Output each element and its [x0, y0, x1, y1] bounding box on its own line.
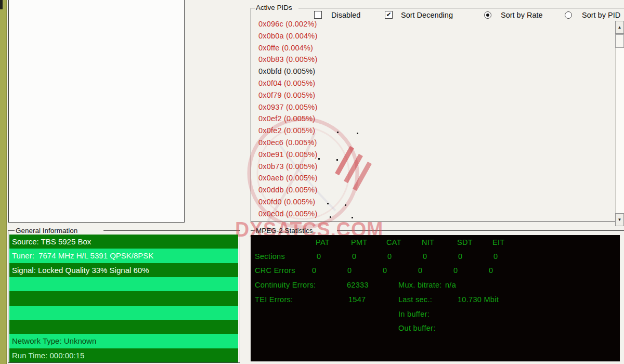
groupbox-border — [251, 230, 255, 231]
sort-by-pid-radio-label[interactable]: Sort by PID — [582, 11, 620, 19]
crc-errors-row: CRC Errors 000000 — [255, 266, 524, 275]
info-bar: Run Time: 000:00:15 — [9, 348, 238, 362]
active-pid-list: 0x096c (0.002%) 0x0b0a (0.004%) 0x0ffe (… — [258, 20, 368, 222]
general-information-group-title: General Information — [16, 227, 77, 235]
groupbox-border — [8, 230, 8, 363]
sections-value: 0 — [387, 252, 423, 261]
pid-list-scrollbar-thumb[interactable] — [615, 34, 624, 48]
pid-list-item[interactable]: 0x0e91 (0.005%) — [258, 150, 368, 162]
sections-value: 0 — [458, 252, 493, 261]
active-pids-group-title: Active PIDs — [256, 4, 292, 11]
info-bar: Signal: Locked Quality 33% Signal 60% — [9, 263, 238, 277]
pid-list-item[interactable]: 0x0937 (0.005%) — [258, 103, 368, 115]
groupbox-border — [251, 222, 624, 222]
info-bar: Network Type: Unknown — [9, 334, 238, 348]
sections-value: 0 — [352, 252, 387, 261]
general-information-rows: Source: TBS 5925 Box Tuner: 7674 MHz H/L… — [9, 235, 238, 362]
tei-errors-label: TEI Errors: — [255, 295, 293, 304]
crc-errors-value: 0 — [453, 266, 489, 275]
info-bar: Source: TBS 5925 Box — [9, 235, 238, 249]
groupbox-border — [8, 230, 15, 231]
in-buffer-label: In buffer: — [398, 310, 430, 318]
pid-list-item[interactable]: 0x096c (0.002%) — [258, 20, 368, 32]
pid-list-item[interactable]: 0x0bfd (0.005%) — [258, 67, 368, 79]
last-sec-value: 10.730 Mbit — [458, 295, 499, 304]
sections-value: 0 — [317, 252, 352, 261]
scrollbar-up-button[interactable]: ▲ — [615, 21, 624, 34]
mpeg2-statistics-group-title: MPEG-2 Statistics — [256, 227, 313, 235]
pid-list-item[interactable]: 0x0ddb (0.005%) — [258, 186, 368, 198]
checkmark-icon: ✔ — [386, 11, 391, 18]
info-bar — [9, 320, 238, 334]
info-bar — [9, 277, 238, 291]
groupbox-border — [337, 230, 624, 231]
crc-errors-value: 0 — [489, 266, 524, 275]
crc-errors-value: 0 — [312, 266, 347, 275]
continuity-errors-label: Continuity Errors: — [255, 281, 316, 289]
sort-descending-checkbox[interactable]: ✔ — [385, 11, 393, 19]
pid-list-scrollbar-track[interactable] — [615, 21, 624, 226]
stats-column-header: EIT — [492, 238, 528, 246]
scrollbar-down-button[interactable]: ▼ — [615, 213, 624, 226]
pid-list-item[interactable]: 0x0ef2 (0.005%) — [258, 114, 368, 126]
info-bar — [9, 306, 238, 320]
crc-errors-label: CRC Errors — [255, 266, 312, 275]
groupbox-border — [251, 8, 255, 8]
disabled-checkbox[interactable] — [314, 11, 322, 19]
radio-selected-dot-icon — [486, 14, 489, 17]
out-buffer-label: Out buffer: — [398, 324, 436, 332]
pid-list-item[interactable]: 0x0e0d (0.005%) — [258, 210, 368, 222]
last-sec-label: Last sec.: — [398, 295, 432, 304]
stats-column-header: PMT — [351, 238, 386, 246]
sections-row: Sections 000000 — [255, 252, 529, 261]
groupbox-border — [103, 230, 240, 231]
sort-by-rate-radio[interactable] — [484, 11, 491, 19]
sort-by-rate-radio-label[interactable]: Sort by Rate — [501, 11, 543, 19]
empty-list-panel[interactable] — [8, 0, 185, 223]
window-edge-strip — [0, 0, 7, 364]
stats-column-headers: PATPMTCATNITSDTEIT — [316, 238, 528, 246]
disabled-checkbox-label[interactable]: Disabled — [331, 11, 360, 19]
stats-column-header: SDT — [457, 238, 492, 246]
pid-list-item[interactable]: 0x0b83 (0.005%) — [258, 55, 368, 67]
mux-bitrate-label: Mux. bitrate: — [398, 281, 442, 289]
tei-errors-value: 1547 — [348, 295, 366, 304]
pid-list-item[interactable]: 0x0f79 (0.005%) — [258, 91, 368, 103]
pid-list-item[interactable]: 0x0fd0 (0.005%) — [258, 198, 368, 210]
pid-list-item[interactable]: 0x0fe2 (0.005%) — [258, 126, 368, 138]
stats-column-header: NIT — [422, 238, 457, 246]
groupbox-border — [298, 8, 624, 8]
stats-header-spacer — [255, 238, 316, 246]
mpeg2-statistics-panel: PATPMTCATNITSDTEIT Sections 000000 CRC E… — [251, 235, 620, 361]
stats-column-header: CAT — [386, 238, 422, 246]
pid-list-item[interactable]: 0x0b73 (0.005%) — [258, 162, 368, 174]
analyzer-window: DXSATCS.COM Active PIDs Disabled ✔ Sort … — [0, 0, 624, 364]
sections-value: 0 — [423, 252, 458, 261]
sections-label: Sections — [255, 252, 317, 261]
sections-value: 0 — [493, 252, 529, 261]
continuity-errors-value: 62333 — [347, 281, 369, 289]
info-bar: Tuner: 7674 MHz H/L 5391 QPSK/8PSK — [9, 249, 238, 263]
info-bar — [9, 291, 238, 305]
mux-bitrate-value: n/a — [445, 281, 456, 289]
pid-list-item[interactable]: 0x0f04 (0.005%) — [258, 79, 368, 91]
stats-header-row: PATPMTCATNITSDTEIT — [255, 238, 528, 246]
sort-by-pid-radio[interactable] — [565, 11, 572, 19]
sections-values: 000000 — [317, 252, 529, 261]
scroll-up-arrow-icon: ▲ — [618, 25, 622, 30]
pid-list-item[interactable]: 0x0ec6 (0.005%) — [258, 138, 368, 150]
groupbox-border — [240, 230, 240, 363]
groupbox-border — [8, 362, 240, 363]
edge-artifact — [0, 0, 3, 9]
pid-list-item[interactable]: 0x0b0a (0.004%) — [258, 32, 368, 44]
crc-errors-value: 0 — [347, 266, 383, 275]
pid-list-item[interactable]: 0x0aeb (0.005%) — [258, 174, 368, 186]
groupbox-border — [251, 8, 251, 222]
pid-list-item[interactable]: 0x0ffe (0.004%) — [258, 44, 368, 56]
scroll-down-arrow-icon: ▼ — [618, 217, 622, 222]
stats-column-header: PAT — [316, 238, 351, 246]
crc-errors-values: 000000 — [312, 266, 524, 275]
sort-descending-checkbox-label[interactable]: Sort Decending — [401, 11, 453, 19]
crc-errors-value: 0 — [418, 266, 453, 275]
crc-errors-value: 0 — [383, 266, 418, 275]
